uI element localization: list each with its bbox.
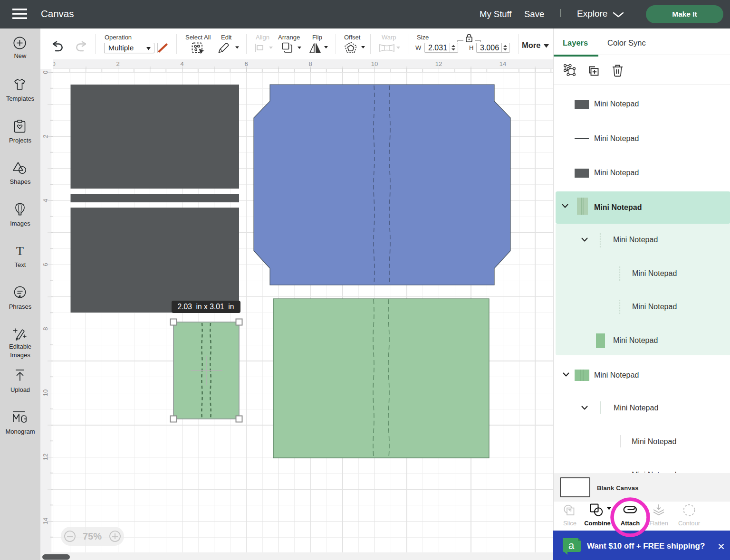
svg-text:75%: 75% <box>83 531 102 541</box>
svg-text:T: T <box>16 245 24 257</box>
svg-text:a: a <box>568 540 575 551</box>
svg-text:2.03 in x 3.01 in: 2.03 in x 3.01 in <box>178 303 234 311</box>
